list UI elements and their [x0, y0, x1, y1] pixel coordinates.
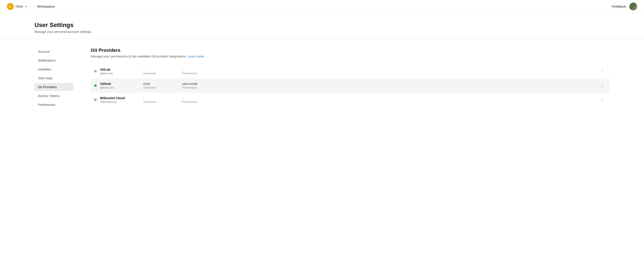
feedback-button[interactable]: Feedback: [612, 5, 626, 8]
github-username-value: chris: [143, 82, 174, 86]
gitlab-info: GitLab gitlab.com: [100, 68, 135, 75]
nav-right: Feedback: [612, 3, 637, 10]
gitlab-domain: gitlab.com: [100, 72, 135, 75]
content-area: Account Notifications Variables SSH Keys…: [0, 39, 644, 117]
bitbucket-username-col: – Username: [135, 96, 174, 103]
page-title: User Settings: [34, 22, 610, 29]
bitbucket-permissions-label: Permissions: [182, 100, 212, 103]
github-permissions-value: user:email: [182, 82, 212, 86]
nav-left: C Chris ▾ Workspaces: [7, 3, 55, 10]
provider-row-bitbucket: Bitbucket Cloud bitbucket.org – Username…: [91, 93, 610, 107]
bitbucket-actions: ⋮: [599, 97, 606, 103]
bitbucket-more-button[interactable]: ⋮: [599, 97, 606, 103]
bitbucket-status-dot: [94, 99, 97, 101]
gitlab-username-label: Username: [143, 72, 174, 75]
github-info: GitHub github.com: [100, 82, 135, 89]
sidebar-item-preferences[interactable]: Preferences: [34, 101, 74, 109]
bitbucket-name: Bitbucket Cloud: [100, 96, 135, 100]
github-name: GitHub: [100, 82, 135, 86]
sidebar-item-access-tokens[interactable]: Access Tokens: [34, 92, 74, 100]
github-permissions-col: user:email Permissions: [174, 82, 212, 89]
gitlab-status-dot: [94, 70, 97, 73]
gitlab-username-value: –: [143, 68, 174, 71]
user-initial-avatar: C: [7, 3, 14, 10]
sidebar: Account Notifications Variables SSH Keys…: [34, 48, 74, 109]
bitbucket-info: Bitbucket Cloud bitbucket.org: [100, 96, 135, 103]
bitbucket-permissions-col: – Permissions: [174, 96, 212, 103]
avatar-image: [629, 3, 637, 10]
bitbucket-username-value: –: [143, 96, 174, 100]
provider-row-github: GitHub github.com chris Username user:em…: [91, 78, 610, 93]
section-title: Git Providers: [91, 48, 610, 53]
providers-list: GitLab gitlab.com – Username – Permissio…: [91, 64, 610, 107]
chevron-down-icon[interactable]: ▾: [25, 5, 26, 8]
github-actions: ⋮: [599, 83, 606, 88]
page-header: User Settings Manage your personal accou…: [0, 13, 644, 39]
provider-row-gitlab: GitLab gitlab.com – Username – Permissio…: [91, 64, 610, 78]
gitlab-permissions-value: –: [182, 68, 212, 71]
page-subtitle: Manage your personal account settings.: [34, 30, 610, 34]
sidebar-item-account[interactable]: Account: [34, 48, 74, 56]
nav-workspaces-link[interactable]: Workspaces: [37, 5, 55, 8]
github-status-dot: [94, 84, 97, 87]
section-description: Manage your permissions to the available…: [91, 55, 610, 58]
sidebar-item-notifications[interactable]: Notifications: [34, 56, 74, 64]
bitbucket-domain: bitbucket.org: [100, 100, 135, 103]
gitlab-actions: ⋮: [599, 69, 606, 74]
nav-divider: [32, 4, 32, 9]
navbar: C Chris ▾ Workspaces Feedback: [0, 0, 644, 13]
learn-more-link[interactable]: Learn more: [188, 55, 204, 58]
avatar[interactable]: [629, 3, 637, 10]
github-username-label: Username: [143, 86, 174, 89]
github-more-button[interactable]: ⋮: [599, 83, 606, 88]
gitlab-permissions-col: – Permissions: [174, 68, 212, 75]
sidebar-item-variables[interactable]: Variables: [34, 65, 74, 73]
gitlab-username-col: – Username: [135, 68, 174, 75]
gitlab-permissions-label: Permissions: [182, 72, 212, 75]
github-permissions-label: Permissions: [182, 86, 212, 89]
bitbucket-permissions-value: –: [182, 96, 212, 100]
gitlab-more-button[interactable]: ⋮: [599, 69, 606, 74]
bitbucket-username-label: Username: [143, 100, 174, 103]
sidebar-item-git-providers[interactable]: Git Providers: [34, 83, 74, 91]
nav-username[interactable]: Chris: [16, 5, 23, 8]
sidebar-item-ssh-keys[interactable]: SSH Keys: [34, 74, 74, 82]
github-domain: github.com: [100, 86, 135, 89]
main-content: Git Providers Manage your permissions to…: [91, 48, 610, 109]
github-username-col: chris Username: [135, 82, 174, 89]
gitlab-name: GitLab: [100, 68, 135, 71]
